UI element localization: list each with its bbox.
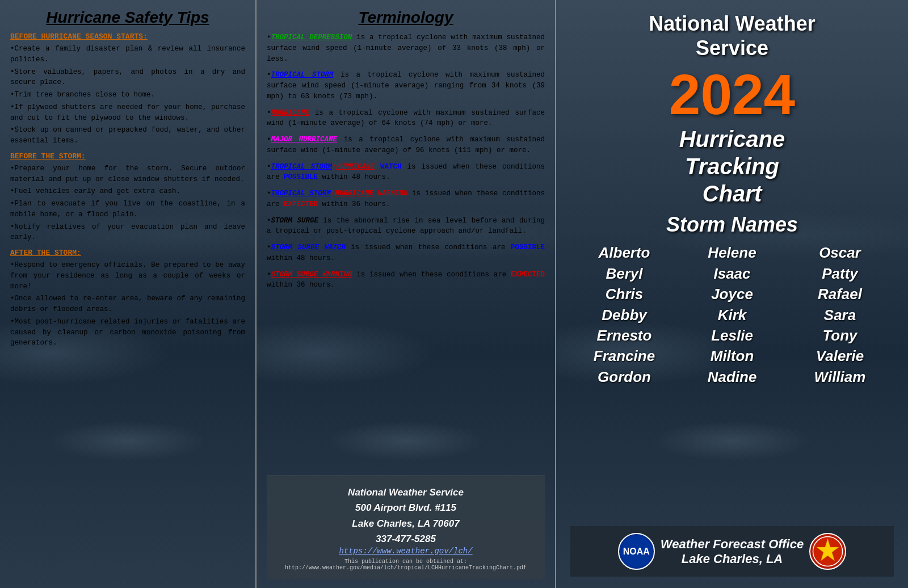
section-before-storm: BEFORE THE STORM: •Prepare your home for…	[10, 152, 245, 243]
term-hurricane: •HURRICANE is a tropical cyclone with ma…	[267, 108, 545, 129]
noaa-logo: NOAA	[618, 533, 655, 570]
bullet-6: •Prepare your home for the storm. Secure…	[10, 163, 245, 185]
footer-line4: 337-477-5285	[275, 531, 536, 547]
storm-name-beryl: Beryl	[606, 263, 642, 284]
section-header-before-season: BEFORE HURRICANE SEASON STARTS:	[10, 32, 245, 41]
nws-footer: National Weather Service 500 Airport Blv…	[267, 476, 545, 579]
bullet-3: •Trim tree branches close to home.	[10, 90, 245, 100]
bullet-8: •Plan to evacuate if you live on the coa…	[10, 199, 245, 220]
names-col-3: Oscar Patty Rafael Sara Tony Valerie Wil…	[786, 242, 894, 387]
nws-logo-svg	[812, 536, 843, 567]
term-storm-surge-watch: •STORM SURGE WATCH is issued when these …	[267, 242, 545, 264]
storm-name-isaac: Isaac	[713, 263, 750, 284]
footer-line1: National Weather Service	[275, 485, 536, 500]
storm-name-patty: Patty	[822, 263, 858, 284]
storm-name-oscar: Oscar	[819, 242, 861, 263]
section-header-before-storm: BEFORE THE STORM:	[10, 152, 245, 161]
storm-name-joyce: Joyce	[711, 284, 753, 304]
storm-name-valerie: Valerie	[816, 346, 864, 366]
term-storm-surge-warning: •STORM SURGE WARNING is issued when thes…	[267, 270, 545, 291]
panel-nws: National Weather Service 2024 Hurricane …	[556, 0, 908, 588]
bullet-1: •Create a family disaster plan & review …	[10, 44, 245, 65]
panel-terminology: Terminology •TROPICAL DEPRESSION is a tr…	[255, 0, 556, 588]
footer-small: This publication can be obtained at: htt…	[275, 558, 536, 571]
wfo-footer: NOAA Weather Forecast Office Lake Charle…	[570, 526, 894, 577]
storm-name-william: William	[814, 367, 866, 387]
term-storm-surge: •STORM SURGE is the abnormal rise in sea…	[267, 216, 545, 237]
storm-name-chris: Chris	[606, 284, 643, 304]
storm-name-debby: Debby	[602, 305, 646, 325]
storm-name-rafael: Rafael	[818, 284, 862, 304]
safety-tips-title: Hurricane Safety Tips	[10, 9, 245, 27]
storm-name-tony: Tony	[822, 325, 857, 346]
bullet-12: •Most post-hurricane related injuries or…	[10, 317, 245, 348]
nws-title: National Weather Service	[649, 11, 815, 60]
storm-name-milton: Milton	[711, 346, 754, 366]
nws-logo	[809, 533, 846, 570]
wfo-line2: Lake Charles, LA	[661, 552, 804, 566]
storm-name-helene: Helene	[708, 242, 756, 263]
storm-name-gordon: Gordon	[598, 367, 651, 387]
term-tropical-depression: •TROPICAL DEPRESSION is a tropical cyclo…	[267, 32, 545, 64]
section-before-season: BEFORE HURRICANE SEASON STARTS: •Create …	[10, 32, 245, 146]
footer-line3: Lake Charles, LA 70607	[275, 516, 536, 531]
footer-link[interactable]: https://www.weather.gov/lch/	[275, 547, 536, 556]
terminology-title: Terminology	[267, 9, 545, 27]
storm-names-title: Storm Names	[666, 213, 798, 237]
storm-name-leslie: Leslie	[711, 325, 753, 346]
storm-name-francine: Francine	[594, 346, 655, 366]
year-display: 2024	[669, 66, 795, 123]
bullet-5: •Stock up on canned or prepacked food, w…	[10, 125, 245, 146]
term-ts-hurricane-warning: •TROPICAL STORM/HURRICANE WARNING is iss…	[267, 188, 545, 210]
section-header-after-storm: AFTER THE STORM:	[10, 249, 245, 257]
footer-line2: 500 Airport Blvd. #115	[275, 500, 536, 515]
bullet-2: •Store valuables, papers, and photos in …	[10, 67, 245, 89]
storm-name-alberto: Alberto	[599, 242, 650, 263]
names-col-2: Helene Isaac Joyce Kirk Leslie Milton Na…	[678, 242, 786, 387]
names-col-1: Alberto Beryl Chris Debby Ernesto Franci…	[570, 242, 678, 387]
section-after-storm: AFTER THE STORM: •Respond to emergency o…	[10, 249, 245, 348]
tracking-chart-title: Hurricane Tracking Chart	[679, 125, 785, 207]
bullet-10: •Respond to emergency officials. Be prep…	[10, 260, 245, 292]
bullet-9: •Notify relatives of your evacuation pla…	[10, 222, 245, 243]
storm-name-nadine: Nadine	[708, 367, 757, 387]
bullet-11: •Once allowed to re-enter area, beware o…	[10, 293, 245, 315]
storm-name-sara: Sara	[824, 305, 856, 325]
bullet-4: •If plywood shutters are needed for your…	[10, 102, 245, 124]
wfo-text: Weather Forecast Office Lake Charles, LA	[661, 537, 804, 566]
bullet-7: •Fuel vehicles early and get extra cash.	[10, 186, 245, 197]
panel-safety-tips: Hurricane Safety Tips BEFORE HURRICANE S…	[0, 0, 255, 588]
storm-name-ernesto: Ernesto	[597, 325, 652, 346]
noaa-text: NOAA	[623, 547, 650, 557]
term-tropical-storm: •TROPICAL STORM is a tropical cyclone wi…	[267, 70, 545, 102]
wfo-line1: Weather Forecast Office	[661, 537, 804, 552]
storm-names-grid: Alberto Beryl Chris Debby Ernesto Franci…	[570, 242, 894, 387]
term-ts-hurricane-watch: •TROPICAL STORM/HURRICANE WATCH is issue…	[267, 162, 545, 183]
term-major-hurricane: •MAJOR HURRICANE is a tropical cyclone w…	[267, 135, 545, 156]
storm-name-kirk: Kirk	[718, 305, 747, 325]
footer-address: National Weather Service 500 Airport Blv…	[275, 485, 536, 547]
